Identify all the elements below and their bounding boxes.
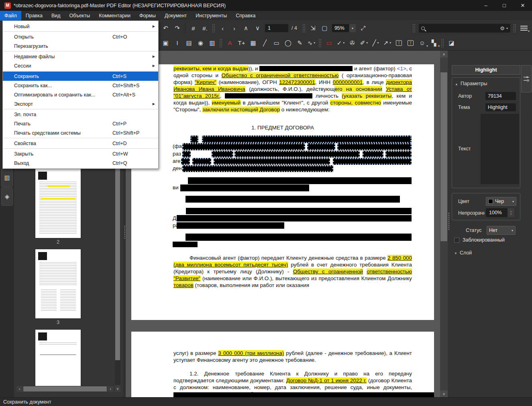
toolbar-drag-handle[interactable] xyxy=(219,39,223,47)
document-vertical-scrollbar[interactable]: ∧ ∨ xyxy=(440,51,448,397)
snap-grid-icon[interactable]: #. xyxy=(199,23,211,33)
redaction-bar-selected[interactable] xyxy=(182,151,191,158)
redaction-bar[interactable] xyxy=(173,242,198,247)
redaction-bar-selected[interactable] xyxy=(307,143,335,150)
parameters-header[interactable]: ▲Параметры xyxy=(455,81,487,86)
redo-icon[interactable]: ↷ xyxy=(171,23,183,33)
fit-visible-icon[interactable]: ⤢ xyxy=(357,23,369,33)
redaction-bar-selected[interactable] xyxy=(337,143,412,150)
file-menu-item[interactable]: Новый▶ xyxy=(3,22,158,31)
zoom-dropdown-arrow[interactable]: ▾ xyxy=(349,24,356,32)
radio-button-icon[interactable]: ◉ xyxy=(195,38,206,48)
line-tool-icon[interactable]: ╱ xyxy=(259,38,271,48)
rectangle-tool-icon[interactable]: ▭ xyxy=(271,38,282,48)
stamp-icon[interactable]: ☺ xyxy=(416,38,428,48)
text-callout-icon[interactable]: T xyxy=(405,38,416,48)
scroll-right-icon[interactable]: › xyxy=(107,386,114,392)
id-badge-icon[interactable]: ▥ xyxy=(206,38,218,48)
next-view-icon[interactable]: ∨ xyxy=(252,23,263,33)
fit-page-icon[interactable]: ▢ xyxy=(319,23,330,33)
toolbar-drag-handle[interactable] xyxy=(318,39,322,47)
layers-panel-icon[interactable]: ◈ xyxy=(1,187,13,206)
file-menu-item[interactable]: Сессии▶ xyxy=(3,61,158,70)
redaction-bar-selected[interactable] xyxy=(192,158,211,165)
edit-text-icon[interactable]: A xyxy=(224,38,236,48)
page-thumbnail[interactable] xyxy=(35,330,81,386)
redaction-bar[interactable] xyxy=(180,185,309,191)
highlighter-icon[interactable]: ✐▾ xyxy=(358,38,370,48)
locked-checkbox-row[interactable]: Заблокированный xyxy=(454,237,505,243)
next-page-icon[interactable]: › xyxy=(228,23,240,33)
page-number-input[interactable] xyxy=(265,24,288,32)
prev-view-icon[interactable]: ∧ xyxy=(240,23,252,33)
page-thumbnail[interactable] xyxy=(35,249,81,318)
redaction-bar-selected[interactable] xyxy=(333,158,412,165)
ellipse-tool-icon[interactable]: ◯ xyxy=(282,38,294,48)
undo-icon[interactable]: ↶ xyxy=(160,23,171,33)
thumbnails-horizontal-scrollbar[interactable]: ‹ › xyxy=(16,386,114,392)
redaction-bar[interactable] xyxy=(186,208,412,214)
locked-checkbox[interactable] xyxy=(454,238,459,243)
layer-section[interactable]: ▼Слой xyxy=(454,250,472,256)
maximize-button[interactable]: □ xyxy=(495,0,514,11)
text-area[interactable] xyxy=(481,114,519,184)
toolbar-drag-handle[interactable] xyxy=(441,39,444,47)
scroll-left-icon[interactable]: ‹ xyxy=(16,386,23,392)
menubar-item[interactable]: Комментарии xyxy=(94,11,135,21)
toolbar-menu-icon[interactable] xyxy=(518,23,530,33)
redaction-bar[interactable] xyxy=(177,222,284,229)
pdf-page-1[interactable]: реквизиты, кем и когда выдан)), и и аген… xyxy=(131,64,434,320)
redaction-bar-selected[interactable] xyxy=(234,151,360,158)
toolbar-drag-handle[interactable] xyxy=(212,24,216,33)
redaction-bar-selected[interactable] xyxy=(214,158,330,165)
search-settings-gear-icon[interactable]: ⚙ xyxy=(500,25,505,31)
file-menu-item[interactable]: ЗакрытьCtrl+W xyxy=(3,149,158,158)
zoom-level-value[interactable]: 95% xyxy=(332,24,349,32)
status-dropdown[interactable]: Нет ▾ xyxy=(487,226,516,235)
color-dropdown[interactable]: Чер ▾ xyxy=(486,197,516,206)
check-annotation-icon[interactable]: ✓▾ xyxy=(335,38,347,48)
toolbar-drag-handle[interactable] xyxy=(302,24,306,33)
scrollbar-thumb[interactable] xyxy=(23,386,107,392)
eraser-icon[interactable]: ◪ xyxy=(446,38,457,48)
thumbnails-panel-icon[interactable]: ▥ xyxy=(1,168,13,187)
text-box-icon[interactable]: T xyxy=(393,38,405,48)
redaction-bar-selected[interactable] xyxy=(363,151,383,158)
opacity-spinner[interactable]: 100% ▲▼ xyxy=(486,208,514,217)
redaction-bar-selected[interactable] xyxy=(385,151,412,158)
scroll-up-icon[interactable]: ∧ xyxy=(440,51,448,57)
redaction-bar-selected[interactable] xyxy=(182,165,333,172)
spinner-arrows-icon[interactable]: ▲▼ xyxy=(508,208,514,217)
panel-drag-handle[interactable] xyxy=(448,212,450,231)
search-input[interactable] xyxy=(425,25,500,31)
search-settings-arrow-icon[interactable]: ▾ xyxy=(506,27,508,30)
file-menu-item[interactable]: Эл. почта xyxy=(3,110,158,119)
redaction-bar[interactable] xyxy=(173,392,434,397)
attachment-icon[interactable]: ✇ xyxy=(347,38,358,48)
redaction-bar-selected[interactable] xyxy=(182,143,305,150)
file-menu-item[interactable]: Экспорт▶ xyxy=(3,99,158,109)
file-menu-item[interactable]: ОткрытьCtrl+O xyxy=(3,32,158,41)
properties-tab[interactable] xyxy=(521,65,532,92)
subject-input[interactable] xyxy=(485,103,516,111)
scroll-down-icon[interactable]: ∨ xyxy=(440,390,448,397)
file-menu-item[interactable]: Сохранить как...Ctrl+Shift+S xyxy=(3,81,158,90)
menubar-item[interactable]: Документ xyxy=(160,11,191,21)
file-menu-item[interactable]: ПечатьCtrl+P xyxy=(3,119,158,128)
add-text-icon[interactable]: T+ xyxy=(236,38,247,48)
fit-width-icon[interactable]: ⇲ xyxy=(307,23,319,33)
menubar-item[interactable]: Инструменты xyxy=(191,11,231,21)
menubar-item[interactable]: Правка xyxy=(21,11,47,21)
scroll-down-icon[interactable]: ∨ xyxy=(115,385,120,392)
pdf-page-2[interactable]: услуг) в размере 3 000 000 (три миллиона… xyxy=(131,332,434,397)
add-image-icon[interactable]: ▦ xyxy=(247,38,259,48)
redaction-bar[interactable] xyxy=(185,196,400,203)
author-input[interactable] xyxy=(485,92,516,100)
file-menu-item[interactable]: Печать средствами системыCtrl+Shift+P xyxy=(3,128,158,137)
edit-document-icon[interactable]: ▣ xyxy=(160,38,171,48)
page-thumbnail[interactable] xyxy=(35,169,81,238)
file-menu-item[interactable]: СвойстваCtrl+D xyxy=(3,139,158,148)
edit-forms-icon[interactable]: ▤ xyxy=(183,38,195,48)
file-menu-item[interactable]: СохранитьCtrl+S xyxy=(3,72,158,81)
annotation-line-icon[interactable]: ╱▾ xyxy=(370,38,381,48)
